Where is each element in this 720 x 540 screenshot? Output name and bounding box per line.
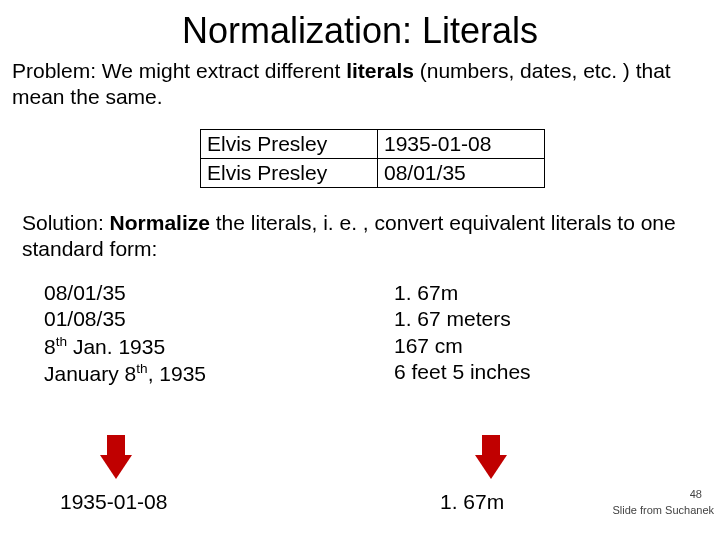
date-variant-3: 8th Jan. 1935 xyxy=(44,333,384,360)
cell-name-1: Elvis Presley xyxy=(201,129,378,158)
table-row: Elvis Presley 1935-01-08 xyxy=(201,129,545,158)
length-variant-2: 1. 67 meters xyxy=(394,306,531,332)
date-variants: 08/01/35 01/08/35 8th Jan. 1935 January … xyxy=(0,280,384,387)
normalized-date: 1935-01-08 xyxy=(60,490,167,514)
credit-text: Slide from Suchanek xyxy=(613,504,715,516)
arrow-down-icon xyxy=(475,455,507,479)
table-row: Elvis Presley 08/01/35 xyxy=(201,158,545,187)
solution-bold: Normalize xyxy=(110,211,210,234)
length-variant-1: 1. 67m xyxy=(394,280,531,306)
solution-text: Solution: Normalize the literals, i. e. … xyxy=(0,210,720,263)
example-table: Elvis Presley 1935-01-08 Elvis Presley 0… xyxy=(200,129,545,188)
solution-prefix: Solution: xyxy=(22,211,110,234)
problem-prefix: Problem: We might extract different xyxy=(12,59,346,82)
d3-post: Jan. 1935 xyxy=(67,335,165,358)
cell-name-2: Elvis Presley xyxy=(201,158,378,187)
cell-date-1: 1935-01-08 xyxy=(378,129,545,158)
examples-row: 08/01/35 01/08/35 8th Jan. 1935 January … xyxy=(0,280,720,387)
d3-pre: 8 xyxy=(44,335,56,358)
page-number: 48 xyxy=(690,488,702,500)
d4-sup: th xyxy=(136,361,147,376)
d3-sup: th xyxy=(56,334,67,349)
length-variant-4: 6 feet 5 inches xyxy=(394,359,531,385)
slide-title: Normalization: Literals xyxy=(0,0,720,58)
length-variants: 1. 67m 1. 67 meters 167 cm 6 feet 5 inch… xyxy=(384,280,531,387)
date-variant-2: 01/08/35 xyxy=(44,306,384,332)
problem-text: Problem: We might extract different lite… xyxy=(0,58,720,111)
cell-date-2: 08/01/35 xyxy=(378,158,545,187)
arrow-down-icon xyxy=(100,455,132,479)
length-variant-3: 167 cm xyxy=(394,333,531,359)
normalized-length: 1. 67m xyxy=(440,490,504,514)
d4-pre: January 8 xyxy=(44,362,136,385)
date-variant-4: January 8th, 1935 xyxy=(44,360,384,387)
problem-bold: literals xyxy=(346,59,414,82)
date-variant-1: 08/01/35 xyxy=(44,280,384,306)
d4-post: , 1935 xyxy=(148,362,206,385)
